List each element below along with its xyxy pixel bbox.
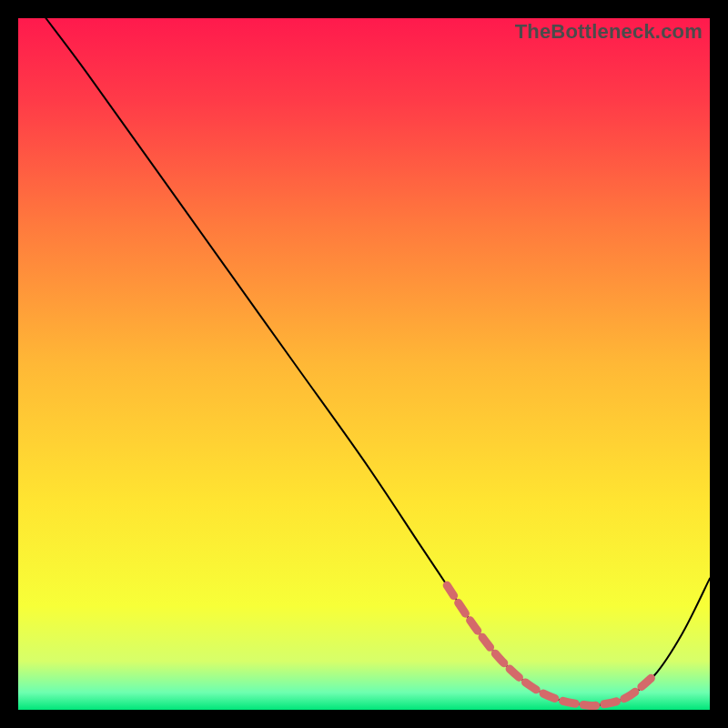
bottleneck-chart [18,18,710,710]
chart-frame: TheBottleneck.com [18,18,710,710]
watermark-text: TheBottleneck.com [515,20,703,44]
